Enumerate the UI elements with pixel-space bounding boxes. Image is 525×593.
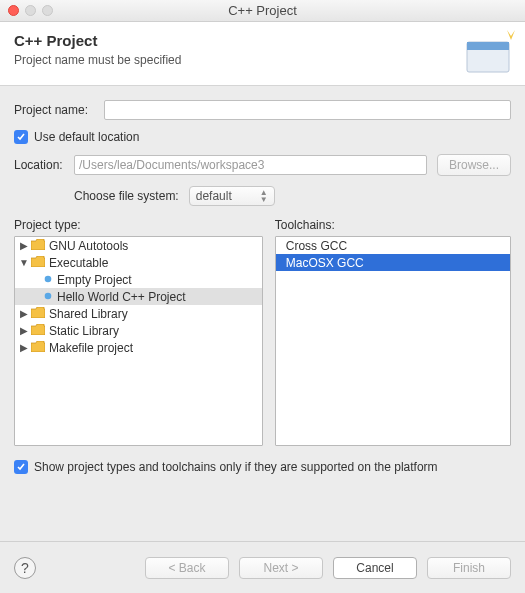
wizard-body: Project name: Use default location Locat… (0, 86, 525, 492)
help-icon: ? (21, 560, 29, 576)
tree-folder[interactable]: ▼Executable (15, 254, 262, 271)
folder-icon (31, 324, 45, 338)
project-type-tree[interactable]: ▶GNU Autotools▼ExecutableEmpty ProjectHe… (14, 236, 263, 446)
project-name-label: Project name: (14, 103, 104, 117)
next-button: Next > (239, 557, 323, 579)
tree-folder[interactable]: ▶Makefile project (15, 339, 262, 356)
disclosure-closed-icon[interactable]: ▶ (19, 342, 29, 353)
close-icon[interactable] (8, 5, 19, 16)
toolchains-label: Toolchains: (275, 218, 511, 232)
tree-folder[interactable]: ▶Static Library (15, 322, 262, 339)
tree-item-label: Shared Library (49, 307, 128, 321)
tree-item-label: Hello World C++ Project (57, 290, 186, 304)
folder-icon (31, 341, 45, 355)
svg-point-4 (45, 292, 52, 299)
checkbox-checked-icon (14, 460, 28, 474)
tree-folder[interactable]: ▶GNU Autotools (15, 237, 262, 254)
toolchain-item[interactable]: MacOSX GCC (276, 254, 510, 271)
traffic-lights (8, 5, 53, 16)
wizard-icon (461, 26, 517, 78)
folder-icon (31, 256, 45, 270)
finish-button: Finish (427, 557, 511, 579)
location-label: Location: (14, 158, 74, 172)
filesystem-value: default (196, 189, 232, 203)
project-leaf-icon (43, 290, 53, 304)
tree-item-label: Static Library (49, 324, 119, 338)
disclosure-closed-icon[interactable]: ▶ (19, 308, 29, 319)
window-title: C++ Project (228, 3, 297, 18)
folder-icon (31, 239, 45, 253)
disclosure-closed-icon[interactable]: ▶ (19, 240, 29, 251)
disclosure-open-icon[interactable]: ▼ (19, 257, 29, 268)
folder-icon (31, 307, 45, 321)
page-title: C++ Project (14, 32, 511, 49)
tree-item-label: Empty Project (57, 273, 132, 287)
checkbox-checked-icon (14, 130, 28, 144)
page-subtitle: Project name must be specified (14, 53, 511, 67)
project-leaf-icon (43, 273, 53, 287)
wizard-footer: ? < Back Next > Cancel Finish (0, 541, 525, 593)
filesystem-select[interactable]: default ▲▼ (189, 186, 275, 206)
browse-button: Browse... (437, 154, 511, 176)
svg-rect-1 (467, 42, 509, 50)
toolchains-list[interactable]: Cross GCCMacOSX GCC (275, 236, 511, 446)
svg-marker-2 (507, 30, 515, 40)
project-name-input[interactable] (104, 100, 511, 120)
use-default-location-label: Use default location (34, 130, 139, 144)
project-type-label: Project type: (14, 218, 263, 232)
minimize-icon[interactable] (25, 5, 36, 16)
tree-folder[interactable]: ▶Shared Library (15, 305, 262, 322)
cancel-button[interactable]: Cancel (333, 557, 417, 579)
tree-item-label: Executable (49, 256, 108, 270)
wizard-header: C++ Project Project name must be specifi… (0, 22, 525, 86)
filter-checkbox[interactable]: Show project types and toolchains only i… (14, 460, 511, 474)
tree-item-label: Makefile project (49, 341, 133, 355)
svg-point-3 (45, 275, 52, 282)
help-button[interactable]: ? (14, 557, 36, 579)
titlebar: C++ Project (0, 0, 525, 22)
toolchain-item[interactable]: Cross GCC (276, 237, 510, 254)
use-default-location-checkbox[interactable]: Use default location (14, 130, 511, 144)
location-input (74, 155, 427, 175)
back-button: < Back (145, 557, 229, 579)
disclosure-closed-icon[interactable]: ▶ (19, 325, 29, 336)
tree-item[interactable]: Empty Project (15, 271, 262, 288)
updown-icon: ▲▼ (260, 189, 268, 203)
tree-item-label: GNU Autotools (49, 239, 128, 253)
choose-fs-label: Choose file system: (74, 189, 179, 203)
filter-label: Show project types and toolchains only i… (34, 460, 438, 474)
zoom-icon[interactable] (42, 5, 53, 16)
tree-item[interactable]: Hello World C++ Project (15, 288, 262, 305)
